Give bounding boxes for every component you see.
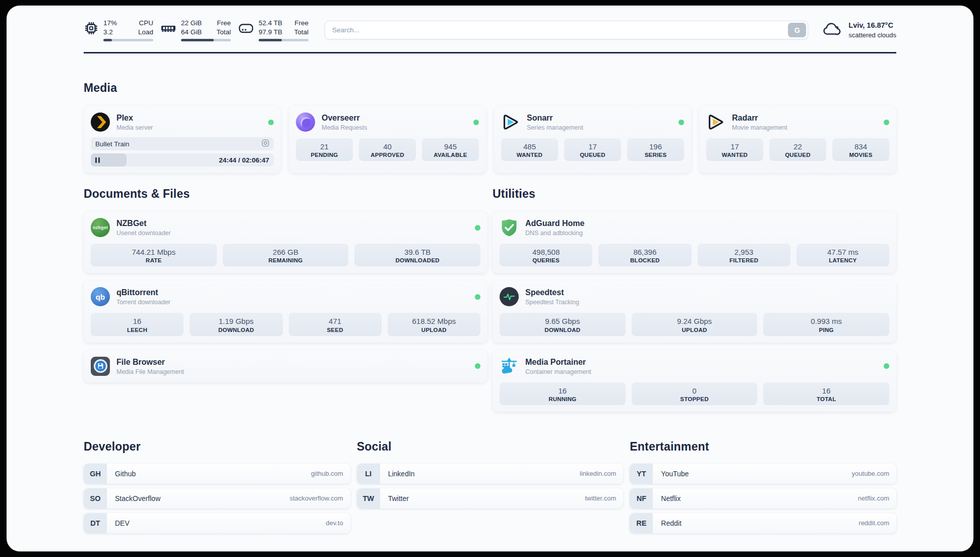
link-url: netflix.com xyxy=(858,494,889,502)
cpu-label: CPU xyxy=(139,19,153,28)
link-name: Netflix xyxy=(661,494,681,503)
app-name: Sonarr xyxy=(527,113,583,123)
session-icon xyxy=(262,139,269,148)
link-badge: NF xyxy=(630,488,653,509)
link-row-netflix[interactable]: NF Netflix netflix.com xyxy=(630,488,896,509)
radarr-icon xyxy=(706,113,725,132)
link-row-dev[interactable]: DT DEV dev.to xyxy=(84,513,350,533)
disk-progress-fill xyxy=(259,39,282,41)
link-badge: GH xyxy=(84,464,107,484)
disk-progress xyxy=(259,39,309,41)
link-name: DEV xyxy=(115,519,130,527)
stat-tile: 834MOVIES xyxy=(832,138,889,161)
documents-section: Documents & Files nzbget NZBGet Usenet d… xyxy=(84,173,487,382)
link-url: youtube.com xyxy=(852,470,889,477)
link-row-twitter[interactable]: TW Twitter twitter.com xyxy=(357,488,624,509)
app-subtitle: Media server xyxy=(116,124,153,131)
link-name: StackOverflow xyxy=(115,494,160,503)
stat-tile: 86,396BLOCKED xyxy=(598,244,691,266)
app-card-qbittorrent[interactable]: qb qBittorrent Torrent downloader 16LEEC… xyxy=(84,281,487,342)
app-card-overseerr[interactable]: Overseerr Media Requests 21PENDING 40APP… xyxy=(289,106,486,173)
search-input[interactable] xyxy=(325,21,808,39)
stat-tile: 47.57 msLATENCY xyxy=(797,244,889,266)
app-card-portainer[interactable]: Media Portainer Container management 16R… xyxy=(493,350,896,412)
stat-tile: 0STOPPED xyxy=(632,382,758,405)
app-name: Speedtest xyxy=(525,288,579,297)
link-url: reddit.com xyxy=(859,519,889,527)
link-name: LinkedIn xyxy=(388,470,415,478)
section-title-utilities: Utilities xyxy=(493,187,896,201)
qbittorrent-icon: qb xyxy=(91,287,110,306)
link-name: YouTube xyxy=(661,470,689,478)
disk-free-label: Free xyxy=(294,19,309,28)
stat-tile: 471SEED xyxy=(289,313,382,336)
status-dot xyxy=(268,120,274,125)
link-badge: RE xyxy=(630,513,653,533)
stat-tile: 498,508QUERIES xyxy=(500,244,592,266)
ram-total: 64 GiB xyxy=(181,28,202,37)
pause-icon xyxy=(95,157,97,163)
link-badge: TW xyxy=(357,488,380,509)
link-row-github[interactable]: GH Github github.com xyxy=(84,464,350,484)
stat-tile: 9.24 GbpsUPLOAD xyxy=(632,313,758,336)
app-card-radarr[interactable]: Radarr Movie management 17WANTED 22QUEUE… xyxy=(699,106,896,173)
app-subtitle: Torrent downloader xyxy=(116,299,170,306)
ram-free-label: Free xyxy=(217,19,231,28)
stat-tile: 17WANTED xyxy=(706,138,763,161)
link-row-reddit[interactable]: RE Reddit reddit.com xyxy=(630,513,896,533)
app-name: qBittorrent xyxy=(116,288,170,297)
status-dot xyxy=(475,294,480,300)
link-url: dev.to xyxy=(326,519,343,527)
app-card-sonarr[interactable]: Sonarr Series management 485WANTED 17QUE… xyxy=(494,106,691,173)
stat-tile: 16RUNNING xyxy=(500,382,626,405)
link-url: linkedin.com xyxy=(580,470,616,477)
nzbget-icon: nzbget xyxy=(91,218,110,237)
link-url: twitter.com xyxy=(585,494,616,502)
social-section: Social LI LinkedIn linkedin.com TW Twitt… xyxy=(357,412,624,538)
link-row-youtube[interactable]: YT YouTube youtube.com xyxy=(630,464,896,484)
app-name: Media Portainer xyxy=(525,357,591,367)
app-subtitle: Movie management xyxy=(732,124,787,131)
ram-free: 22 GiB xyxy=(181,19,202,28)
link-badge: LI xyxy=(357,464,380,484)
disk-free: 52.4 TB xyxy=(259,19,282,28)
app-card-nzbget[interactable]: nzbget NZBGet Usenet downloader 744.21 M… xyxy=(84,211,487,273)
stat-tile: 17QUEUED xyxy=(564,138,621,161)
media-section: Plex Media server Bullet Train 24:44 / 0 xyxy=(84,106,896,173)
stat-tile: 485WANTED xyxy=(501,138,558,161)
app-name: Radarr xyxy=(732,113,787,123)
status-dot xyxy=(884,120,889,125)
app-card-filebrowser[interactable]: File Browser Media File Management xyxy=(84,350,487,382)
now-playing-row: Bullet Train xyxy=(91,137,274,150)
topbar: 17%CPU 3.2Load 22 GiBFree 64 GiBTotal xyxy=(84,6,896,41)
link-name: Github xyxy=(115,470,136,478)
app-card-speedtest[interactable]: Speedtest Speedtest Tracking 9.65 GbpsDO… xyxy=(493,281,896,342)
app-subtitle: DNS and adblocking xyxy=(525,230,584,237)
link-url: github.com xyxy=(311,470,343,477)
search-bar: G xyxy=(325,21,808,39)
cpu-stat: 17%CPU 3.2Load xyxy=(84,19,153,41)
link-row-linkedin[interactable]: LI LinkedIn linkedin.com xyxy=(357,464,624,484)
link-row-stackoverflow[interactable]: SO StackOverflow stackoverflow.com xyxy=(84,488,350,509)
app-card-adguard[interactable]: AdGuard Home DNS and adblocking 498,508Q… xyxy=(493,211,896,273)
stat-tile: 1.19 GbpsDOWNLOAD xyxy=(190,313,282,336)
ram-progress xyxy=(181,39,231,41)
link-badge: SO xyxy=(84,488,107,509)
cloud-icon xyxy=(821,21,841,40)
adguard-icon xyxy=(500,218,519,237)
stat-tile: 16TOTAL xyxy=(763,382,889,405)
filebrowser-icon xyxy=(91,357,110,376)
cpu-load: 3.2 xyxy=(103,28,113,37)
search-engine-button[interactable]: G xyxy=(788,23,806,37)
stat-tile: 21PENDING xyxy=(296,138,353,161)
link-name: Reddit xyxy=(661,519,681,527)
app-card-plex[interactable]: Plex Media server Bullet Train 24:44 / 0 xyxy=(84,106,281,173)
ram-total-label: Total xyxy=(216,28,231,37)
status-dot xyxy=(679,120,684,125)
entertainment-section: Entertainment YT YouTube youtube.com NF … xyxy=(630,412,896,538)
stat-tile: 196SERIES xyxy=(627,138,684,161)
cpu-usage: 17% xyxy=(103,19,117,28)
app-subtitle: Media Requests xyxy=(322,124,367,131)
playback-progress-fill xyxy=(91,153,127,166)
cpu-icon xyxy=(84,19,99,38)
